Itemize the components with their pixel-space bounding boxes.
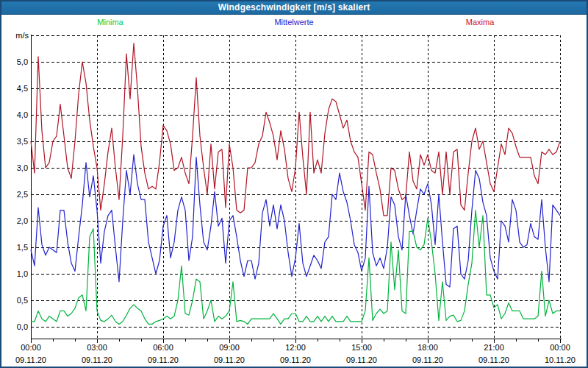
- x-axis-time-label: 06:00: [153, 343, 173, 352]
- y-axis-tick-label: 1,0: [17, 269, 28, 278]
- y-axis-tick-label: 1,5: [17, 243, 28, 252]
- y-axis-tick-label: 2,5: [17, 190, 28, 199]
- x-axis-date-label: 10.11.20: [545, 355, 576, 364]
- y-axis-tick-label: 4,5: [17, 84, 28, 93]
- x-axis-time-label: 15:00: [351, 343, 372, 352]
- x-axis-time-label: 00:00: [21, 343, 41, 352]
- chart-window: Windgeschwindigkeit [m/s] skaliert Minim…: [0, 0, 588, 368]
- x-axis-time-label: 18:00: [417, 343, 438, 352]
- y-axis-tick-label: 4,0: [17, 110, 28, 119]
- x-axis-time-label: 03:00: [87, 343, 107, 352]
- x-axis-time-label: 21:00: [484, 343, 504, 352]
- x-axis-date-label: 09.11.20: [280, 355, 311, 364]
- x-axis-date-label: 09.11.20: [478, 355, 509, 364]
- x-axis-time-label: 12:00: [285, 343, 306, 352]
- x-axis-date-label: 09.11.20: [15, 355, 46, 364]
- x-axis-date-label: 09.11.20: [412, 355, 443, 364]
- y-axis-unit-label: m/s: [15, 31, 29, 40]
- y-axis-tick-label: 3,0: [17, 163, 28, 172]
- y-axis-tick-label: 3,5: [17, 137, 28, 146]
- y-axis-tick-label: 0,0: [17, 322, 28, 331]
- x-axis-time-label: 09:00: [219, 343, 240, 352]
- y-axis-tick-label: 0,5: [17, 296, 28, 305]
- x-axis-date-label: 09.11.20: [148, 355, 179, 364]
- x-axis-date-label: 09.11.20: [82, 355, 112, 364]
- x-axis-time-label: 00:00: [550, 343, 570, 352]
- x-axis-date-label: 09.11.20: [346, 355, 377, 364]
- y-axis-tick-label: 2,0: [17, 216, 28, 225]
- wind-speed-chart: m/s5,04,54,03,53,02,52,01,51,00,50,000:0…: [1, 1, 588, 368]
- y-axis-tick-label: 5,0: [17, 57, 28, 66]
- x-axis-date-label: 09.11.20: [214, 355, 245, 364]
